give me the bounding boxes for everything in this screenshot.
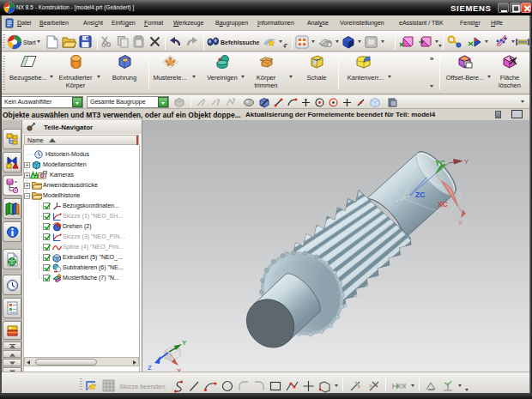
svg-text:Z: Z <box>148 364 152 372</box>
svg-text:ZC: ZC <box>415 190 425 199</box>
svg-text:XC: XC <box>438 200 448 209</box>
svg-text:Y: Y <box>182 339 187 347</box>
svg-text:Y: Y <box>464 158 469 166</box>
svg-text:Z: Z <box>388 200 392 206</box>
svg-text:YC: YC <box>435 159 445 167</box>
svg-text:X: X <box>458 219 462 227</box>
